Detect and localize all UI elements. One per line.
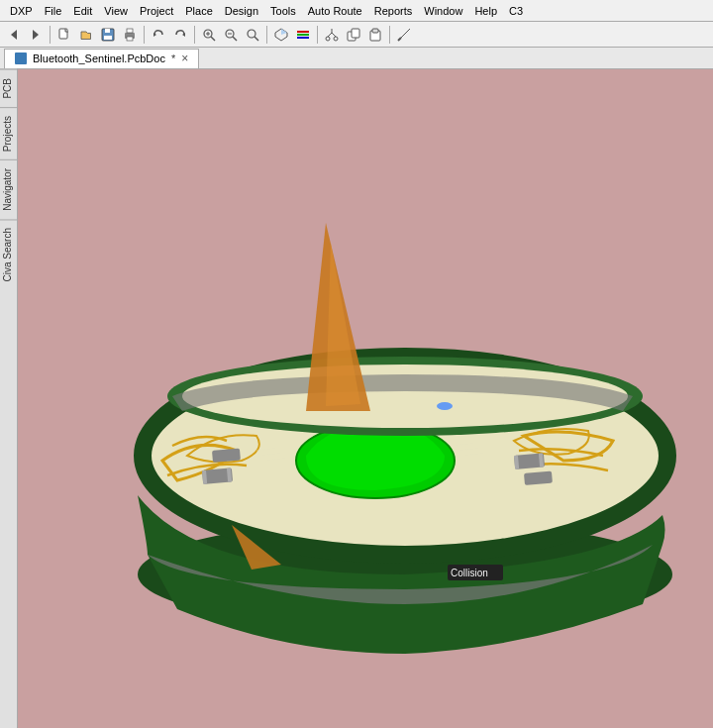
sidebar-pcb[interactable]: PCB [0, 69, 17, 107]
main-layout: PCB Projects Navigator Civa Search [0, 69, 713, 728]
sidebar-civa-search[interactable]: Civa Search [0, 219, 17, 289]
svg-point-18 [248, 30, 255, 38]
menu-place[interactable]: Place [179, 3, 219, 19]
pcb-tab-icon [15, 52, 27, 64]
svg-rect-23 [297, 34, 309, 36]
toolbar [0, 22, 713, 48]
menu-edit[interactable]: Edit [67, 3, 98, 19]
toolbar-copy[interactable] [344, 25, 363, 45]
menu-autoroute[interactable]: Auto Route [302, 3, 368, 19]
svg-rect-33 [372, 29, 378, 33]
toolbar-sep-2 [144, 26, 145, 44]
toolbar-forward[interactable] [26, 25, 46, 45]
menu-help[interactable]: Help [468, 3, 503, 19]
tab-close[interactable]: × [181, 52, 188, 65]
toolbar-sep-6 [389, 26, 390, 44]
svg-rect-46 [212, 449, 241, 463]
menu-view[interactable]: View [98, 3, 134, 19]
toolbar-back[interactable] [4, 25, 24, 45]
menu-file[interactable]: File [39, 3, 68, 19]
menu-dxp[interactable]: DXP [4, 3, 39, 19]
sidebar-panel: PCB Projects Navigator Civa Search [0, 69, 18, 728]
svg-rect-8 [127, 37, 133, 41]
menu-window[interactable]: Window [418, 3, 468, 19]
menu-tools[interactable]: Tools [264, 3, 302, 19]
canvas-area: Collision [18, 69, 713, 728]
svg-point-26 [334, 37, 338, 41]
svg-rect-22 [297, 31, 309, 33]
menu-reports[interactable]: Reports [368, 3, 419, 19]
tabbar: Bluetooth_Sentinel.PcbDoc * × [0, 48, 713, 69]
svg-line-35 [398, 38, 401, 41]
svg-rect-24 [297, 37, 309, 39]
toolbar-print[interactable] [120, 25, 140, 45]
toolbar-save[interactable] [98, 25, 118, 45]
svg-line-28 [332, 33, 336, 37]
toolbar-cut[interactable] [322, 25, 342, 45]
svg-marker-1 [33, 30, 39, 40]
svg-rect-5 [105, 29, 110, 33]
svg-line-27 [328, 33, 332, 37]
sidebar-projects[interactable]: Projects [0, 107, 17, 159]
svg-rect-7 [127, 29, 133, 33]
tab-modified: * [171, 52, 175, 64]
toolbar-sep-1 [50, 26, 51, 44]
toolbar-measure[interactable] [394, 25, 414, 45]
menu-c3[interactable]: C3 [503, 3, 529, 19]
toolbar-sep-3 [194, 26, 195, 44]
toolbar-zoom-in[interactable] [221, 25, 241, 45]
toolbar-sep-5 [317, 26, 318, 44]
toolbar-zoom-fit[interactable] [199, 25, 219, 45]
menu-design[interactable]: Design [219, 3, 264, 19]
toolbar-3d[interactable] [271, 25, 291, 45]
tab-label: Bluetooth_Sentinel.PcbDoc [33, 52, 165, 64]
svg-point-53 [437, 402, 453, 410]
pcbdoc-tab[interactable]: Bluetooth_Sentinel.PcbDoc * × [4, 49, 199, 68]
svg-rect-4 [104, 36, 112, 40]
svg-line-19 [255, 37, 258, 41]
svg-marker-0 [11, 30, 17, 40]
svg-rect-50 [524, 471, 553, 485]
toolbar-redo[interactable] [170, 25, 190, 45]
svg-rect-31 [352, 29, 359, 38]
toolbar-zoom-out[interactable] [243, 25, 262, 45]
svg-line-12 [211, 37, 215, 41]
toolbar-undo[interactable] [149, 25, 168, 45]
toolbar-sep-4 [266, 26, 267, 44]
menu-project[interactable]: Project [134, 3, 179, 19]
toolbar-view-layers[interactable] [293, 25, 313, 45]
toolbar-new[interactable] [54, 25, 74, 45]
toolbar-open[interactable] [76, 25, 96, 45]
toolbar-paste[interactable] [365, 25, 385, 45]
sidebar-navigator[interactable]: Navigator [0, 159, 17, 219]
svg-text:Collision: Collision [451, 568, 488, 578]
svg-line-16 [233, 37, 237, 41]
menubar: DXP File Edit View Project Place Design … [0, 0, 713, 22]
svg-point-25 [326, 37, 330, 41]
pcb-3d-view: Collision [18, 69, 713, 728]
